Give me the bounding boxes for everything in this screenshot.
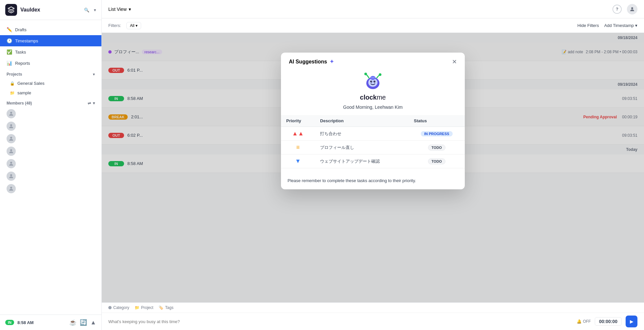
priority-icon: ≡ bbox=[296, 144, 300, 151]
svg-point-1 bbox=[10, 124, 12, 126]
sidebar-item-timestamps[interactable]: 🕐 Timestamps bbox=[0, 35, 101, 46]
priority-cell: ≡ bbox=[281, 141, 315, 154]
priority-icon: ▲▲ bbox=[292, 130, 304, 137]
filter-chevron-icon: ▾ bbox=[136, 23, 138, 28]
projects-label: Projects bbox=[7, 72, 22, 77]
modal-close-button[interactable]: ✕ bbox=[452, 59, 457, 65]
modal-tasks-table: Priority Description Status ▲▲ 打ち合わせ IN … bbox=[281, 115, 465, 168]
user-avatar[interactable] bbox=[627, 4, 637, 14]
coffee-icon[interactable]: ☕ bbox=[69, 319, 76, 326]
search-icon[interactable]: 🔍 bbox=[84, 8, 89, 12]
member-item[interactable] bbox=[0, 170, 101, 182]
list-item: ≡ プロフィール直し TODO bbox=[281, 141, 465, 154]
svg-point-5 bbox=[10, 174, 12, 176]
sidebar-item-tasks[interactable]: ✅ Tasks bbox=[0, 46, 101, 58]
sidebar: Vauldex 🔍 ▾ ✏️ Drafts🕐 Timestamps✅ Tasks… bbox=[0, 0, 102, 330]
hide-filters-button[interactable]: Hide Filters bbox=[577, 23, 599, 28]
sidebar-item-drafts[interactable]: ✏️ Drafts bbox=[0, 24, 101, 35]
nav-items: ✏️ Drafts🕐 Timestamps✅ Tasks📊 Reports bbox=[0, 24, 101, 69]
filter-all-button[interactable]: All ▾ bbox=[126, 22, 141, 29]
help-button[interactable]: ? bbox=[612, 5, 622, 14]
status-badge: TODO bbox=[428, 158, 446, 164]
view-selector-label: List View bbox=[108, 7, 127, 12]
priority-cell: ▲▲ bbox=[281, 127, 315, 141]
add-timestamp-label: Add Timestamp bbox=[604, 23, 634, 28]
avatar bbox=[7, 122, 16, 131]
filter-label: Filters: bbox=[108, 23, 121, 28]
activity-input[interactable] bbox=[108, 319, 573, 324]
svg-rect-17 bbox=[371, 77, 375, 79]
clockme-logo: clockme bbox=[281, 68, 465, 103]
col-header-status: Status bbox=[409, 115, 465, 127]
project-item-sample[interactable]: 📁 sample bbox=[0, 88, 101, 98]
member-item[interactable] bbox=[0, 182, 101, 195]
timestamps-icon: 🕐 bbox=[7, 38, 12, 43]
clockme-text: clockme bbox=[360, 94, 386, 101]
up-icon[interactable]: ▲ bbox=[90, 319, 96, 326]
tasks-icon: ✅ bbox=[7, 49, 12, 55]
folder-icon: 📁 bbox=[10, 91, 15, 95]
sidebar-item-label: Timestamps bbox=[15, 38, 38, 43]
off-toggle[interactable]: 🔔 OFF bbox=[577, 319, 591, 324]
priority-icon: ▼ bbox=[295, 158, 301, 164]
bottom-bar: Category 📁 Project 🏷️ Tags 🔔 OFF 00:00:0… bbox=[102, 302, 644, 330]
description-cell: プロフィール直し bbox=[315, 141, 408, 154]
view-selector[interactable]: List View ▾ bbox=[108, 7, 131, 12]
modal-header: AI Suggestions ✦ ✕ bbox=[281, 53, 465, 68]
topbar: List View ▾ ? bbox=[102, 0, 644, 18]
svg-point-2 bbox=[10, 137, 12, 139]
member-item[interactable] bbox=[0, 107, 101, 120]
avatar bbox=[7, 159, 16, 168]
status-badge: IN PROGRESS bbox=[421, 131, 452, 136]
avatar bbox=[7, 109, 16, 118]
avatar bbox=[7, 134, 16, 143]
project-label: Project bbox=[141, 305, 153, 310]
tags-tag-icon: 🏷️ bbox=[159, 305, 163, 310]
sidebar-item-reports[interactable]: 📊 Reports bbox=[0, 58, 101, 69]
member-item[interactable] bbox=[0, 120, 101, 132]
svg-point-14 bbox=[364, 73, 367, 75]
modal-title-text: AI Suggestions bbox=[289, 59, 327, 65]
svg-point-13 bbox=[375, 81, 375, 82]
back-icon[interactable]: 🔄 bbox=[80, 319, 87, 326]
category-tag[interactable]: Category bbox=[108, 305, 129, 310]
sort-icon[interactable]: ⇌ bbox=[88, 101, 91, 106]
reports-icon: 📊 bbox=[7, 60, 12, 66]
description-cell: ウェブサイトアップデート確認 bbox=[315, 154, 408, 168]
drafts-icon: ✏️ bbox=[7, 27, 12, 32]
status-badge: TODO bbox=[428, 145, 446, 151]
timer-display: 00:00:00 bbox=[595, 317, 622, 326]
sidebar-navigation: ✏️ Drafts🕐 Timestamps✅ Tasks📊 Reports Pr… bbox=[0, 20, 101, 315]
play-button[interactable]: ▶ bbox=[626, 316, 637, 327]
projects-section-header[interactable]: Projects ▾ bbox=[0, 69, 101, 79]
svg-point-12 bbox=[371, 81, 372, 82]
footer-time: 8:58 AM bbox=[17, 320, 33, 325]
filterbar-right: Hide Filters Add Timestamp ▾ bbox=[577, 23, 637, 28]
bell-icon: 🔔 bbox=[577, 319, 582, 324]
list-item: ▲▲ 打ち合わせ IN PROGRESS bbox=[281, 127, 465, 141]
add-timestamp-chevron-icon: ▾ bbox=[635, 23, 637, 28]
avatar bbox=[7, 172, 16, 181]
avatar bbox=[7, 147, 16, 156]
member-item[interactable] bbox=[0, 145, 101, 157]
chevron-down-icon[interactable]: ▾ bbox=[94, 8, 96, 12]
member-item[interactable] bbox=[0, 132, 101, 145]
members-chevron-icon[interactable]: ▾ bbox=[93, 101, 95, 106]
avatar bbox=[7, 184, 16, 193]
main-content: List View ▾ ? Filters: All ▾ Hide Filter… bbox=[102, 0, 644, 330]
projects-chevron-icon: ▾ bbox=[93, 72, 95, 77]
modal-greeting: Good Morning, Leehwan Kim bbox=[281, 103, 465, 115]
projects-list: 🔒 General Sales📁 sample bbox=[0, 79, 101, 98]
svg-point-0 bbox=[10, 112, 12, 114]
list-item: ▼ ウェブサイトアップデート確認 TODO bbox=[281, 154, 465, 168]
project-tag[interactable]: 📁 Project bbox=[135, 305, 153, 310]
member-item[interactable] bbox=[0, 157, 101, 170]
tags-tag[interactable]: 🏷️ Tags bbox=[159, 305, 173, 310]
bottom-input-row: 🔔 OFF 00:00:00 ▶ bbox=[102, 313, 644, 330]
add-timestamp-button[interactable]: Add Timestamp ▾ bbox=[604, 23, 637, 28]
svg-point-11 bbox=[374, 81, 376, 82]
category-label: Category bbox=[113, 305, 129, 310]
priority-cell: ▼ bbox=[281, 154, 315, 168]
project-item-general-sales[interactable]: 🔒 General Sales bbox=[0, 79, 101, 88]
tags-label: Tags bbox=[165, 305, 173, 310]
